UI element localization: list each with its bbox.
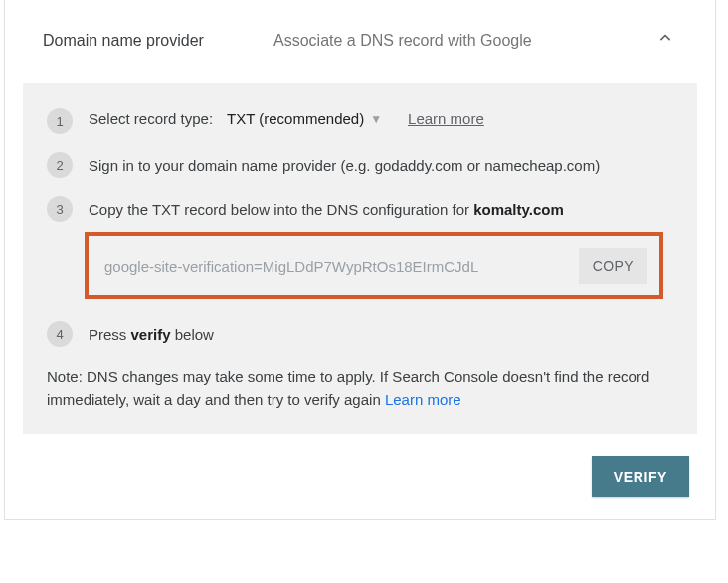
record-type-label: Select record type: [89,110,213,127]
step-2: 2 Sign in to your domain name provider (… [47,152,673,178]
instructions-box: 1 Select record type: TXT (recommended) … [23,83,697,434]
copy-button[interactable]: COPY [579,248,647,284]
chevron-up-icon[interactable] [655,28,675,53]
step-4: 4 Press verify below [47,321,673,347]
domain-name: komalty.com [473,201,564,218]
chevron-down-icon: ▼ [370,112,382,126]
step-number: 2 [47,152,73,178]
verify-button[interactable]: VERIFY [592,456,689,497]
step-text: Press verify below [89,321,214,346]
learn-more-link[interactable]: Learn more [408,110,484,127]
step-number: 3 [47,196,73,222]
learn-more-link[interactable]: Learn more [385,391,461,408]
header-title: Domain name provider [43,32,273,50]
record-type-value: TXT (recommended) [227,110,364,127]
header-subtitle: Associate a DNS record with Google [273,32,655,50]
txt-record-highlight: google-site-verification=MigLDdP7WypRtOs… [85,232,663,299]
card-footer: VERIFY [5,434,715,519]
step-1: 1 Select record type: TXT (recommended) … [47,108,673,134]
step-number: 4 [47,321,73,347]
record-type-select[interactable]: TXT (recommended) ▼ [227,110,382,127]
txt-record-input[interactable]: google-site-verification=MigLDdP7WypRtOs… [104,258,579,275]
step-text: Copy the TXT record below into the DNS c… [89,196,564,221]
note-text: Note: DNS changes may take some time to … [47,365,673,412]
card-header[interactable]: Domain name provider Associate a DNS rec… [5,0,715,71]
step-3: 3 Copy the TXT record below into the DNS… [47,196,673,222]
step-text: Sign in to your domain name provider (e.… [89,152,600,177]
verification-card: Domain name provider Associate a DNS rec… [4,0,716,520]
step-number: 1 [47,108,73,134]
